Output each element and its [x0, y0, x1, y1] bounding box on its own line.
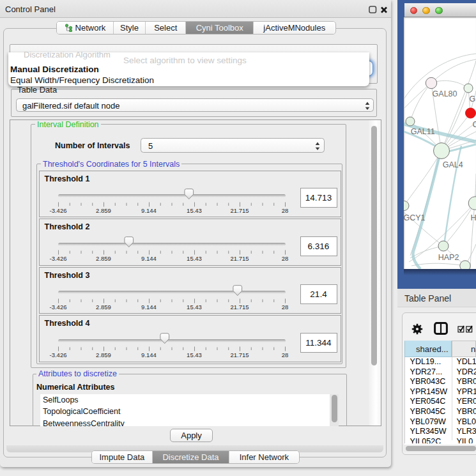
svg-text:G.: G.	[470, 95, 476, 104]
svg-text:GAL4: GAL4	[443, 160, 463, 169]
svg-text:GAL80: GAL80	[433, 89, 457, 98]
svg-text:GAL11: GAL11	[411, 127, 435, 136]
svg-text:HAP2: HAP2	[438, 253, 459, 262]
svg-text:GCY1: GCY1	[404, 213, 425, 222]
svg-text:C: C	[473, 120, 476, 129]
svg-text:H: H	[471, 213, 476, 222]
